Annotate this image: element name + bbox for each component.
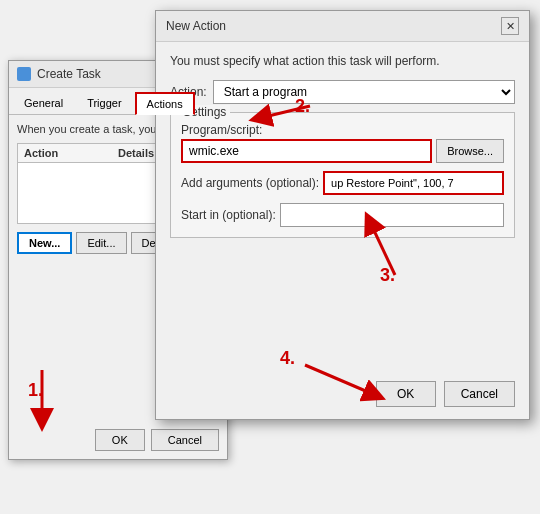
dialog-close-button[interactable]: ✕	[501, 17, 519, 35]
annotation-3: 3.	[380, 265, 395, 286]
startin-label: Start in (optional):	[181, 208, 276, 222]
create-task-tabs: General Trigger Actions Co	[9, 88, 227, 115]
create-task-title: Create Task	[37, 67, 101, 81]
program-script-input[interactable]	[181, 139, 432, 163]
tab-trigger[interactable]: Trigger	[76, 92, 132, 114]
dialog-footer: OK Cancel	[376, 381, 515, 407]
task-icon	[17, 67, 31, 81]
dialog-ok-button[interactable]: OK	[376, 381, 436, 407]
tab-actions[interactable]: Actions	[135, 92, 195, 115]
col-action: Action	[24, 147, 118, 159]
annotation-2: 2.	[295, 96, 310, 117]
startin-row: Start in (optional):	[181, 203, 504, 227]
edit-button[interactable]: Edit...	[76, 232, 126, 254]
new-action-dialog: New Action ✕ You must specify what actio…	[155, 10, 530, 420]
browse-button[interactable]: Browse...	[436, 139, 504, 163]
action-select[interactable]: Start a program	[213, 80, 515, 104]
arguments-row: Add arguments (optional):	[181, 171, 504, 195]
dialog-cancel-button[interactable]: Cancel	[444, 381, 515, 407]
arguments-label: Add arguments (optional):	[181, 176, 319, 190]
action-row: Action: Start a program	[170, 80, 515, 104]
annotation-4: 4.	[280, 348, 295, 369]
dialog-titlebar: New Action ✕	[156, 11, 529, 42]
new-button[interactable]: New...	[17, 232, 72, 254]
arguments-input[interactable]	[323, 171, 504, 195]
program-script-wrapper: Program/script: Browse...	[181, 123, 504, 163]
create-task-footer: OK Cancel	[95, 429, 219, 451]
annotation-1: 1.	[28, 380, 43, 401]
create-task-ok-button[interactable]: OK	[95, 429, 145, 451]
create-task-cancel-button[interactable]: Cancel	[151, 429, 219, 451]
dialog-body: You must specify what action this task w…	[156, 42, 529, 258]
settings-group: Settings Program/script: Browse... Add a…	[170, 112, 515, 238]
startin-input[interactable]	[280, 203, 504, 227]
program-script-label: Program/script:	[181, 123, 504, 137]
program-input-wrapper: Browse...	[181, 139, 504, 163]
tab-general[interactable]: General	[13, 92, 74, 114]
dialog-description: You must specify what action this task w…	[170, 54, 515, 68]
dialog-title: New Action	[166, 19, 226, 33]
